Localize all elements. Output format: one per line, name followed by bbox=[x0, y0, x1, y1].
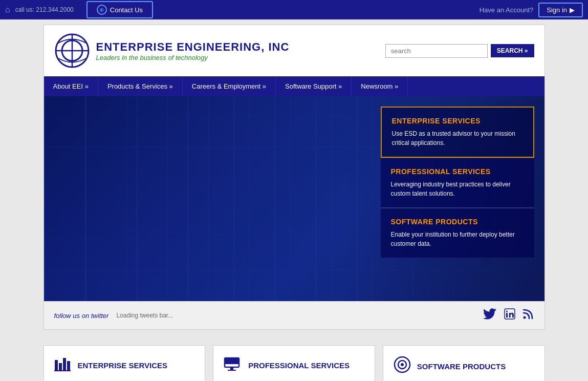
twitter-text: follow us on twitter bbox=[54, 312, 109, 320]
hero-cards: ENTERPRISE SERVICES Use ESD as a trusted… bbox=[381, 107, 534, 258]
svg-rect-28 bbox=[228, 370, 236, 371]
nav-products[interactable]: Products & Services » bbox=[98, 76, 183, 96]
bottom-card-professional-header: PROFESSIONAL SERVICES bbox=[224, 356, 364, 375]
bottom-section: ENTERPRISE SERVICES Use ESD as a trusted… bbox=[0, 335, 588, 381]
nav-about[interactable]: About EEI » bbox=[44, 76, 98, 96]
svg-point-31 bbox=[401, 363, 404, 366]
bottom-card-enterprise-header: ENTERPRISE SERVICES bbox=[54, 356, 195, 375]
main-wrapper: ENTERPRISE ENGINEERING, INC Leaders in t… bbox=[43, 25, 545, 330]
contact-icon: ⊕ bbox=[97, 5, 107, 15]
top-bar-right: Have an Account? Sign in ▶ bbox=[480, 3, 583, 17]
twitter-link[interactable]: follow us on twitter bbox=[54, 312, 109, 320]
logo-text: ENTERPRISE ENGINEERING, INC Leaders in t… bbox=[96, 40, 290, 61]
top-bar: ⌂ call us: 212.344.2000 ⊕ Contact Us Hav… bbox=[0, 0, 588, 19]
home-icon: ⌂ bbox=[5, 5, 10, 14]
search-area: SEARCH » bbox=[385, 44, 534, 58]
hero-card-software[interactable]: SOFTWARE PRODUCTS Enable your institutio… bbox=[381, 208, 534, 258]
nav-careers-label: Careers & Employment » bbox=[192, 82, 266, 90]
bottom-card-software: SOFTWARE PRODUCTS Enable your institutio… bbox=[383, 345, 545, 381]
nav-software[interactable]: Software Support » bbox=[276, 76, 352, 96]
hero-card-enterprise-desc: Use ESD as a trusted advisor to your mis… bbox=[392, 129, 523, 147]
bottom-cards: ENTERPRISE SERVICES Use ESD as a trusted… bbox=[43, 345, 545, 381]
svg-rect-24 bbox=[54, 370, 71, 371]
rss-icon[interactable] bbox=[522, 308, 534, 323]
svg-rect-17 bbox=[506, 313, 508, 318]
nav-careers[interactable]: Careers & Employment » bbox=[183, 76, 276, 96]
nav-newsroom[interactable]: Newsroom » bbox=[352, 76, 408, 96]
hero-card-enterprise-title: ENTERPRISE SERVICES bbox=[392, 117, 523, 125]
social-bar: follow us on twitter Loading tweets bar.… bbox=[44, 301, 545, 329]
bottom-card-software-header: SOFTWARE PRODUCTS bbox=[394, 356, 534, 377]
bottom-card-professional-title: PROFESSIONAL SERVICES bbox=[248, 361, 350, 370]
tweets-loading: Loading tweets bar... bbox=[116, 312, 173, 319]
signin-label: Sign in bbox=[547, 6, 567, 14]
search-input[interactable] bbox=[385, 44, 488, 58]
nav-software-label: Software Support » bbox=[285, 82, 342, 90]
logo-container: ENTERPRISE ENGINEERING, INC Leaders in t… bbox=[54, 33, 290, 69]
hero-card-software-title: SOFTWARE PRODUCTS bbox=[391, 218, 524, 226]
bottom-card-enterprise-title: ENTERPRISE SERVICES bbox=[78, 361, 168, 370]
software-icon bbox=[394, 356, 411, 377]
signin-arrow-icon: ▶ bbox=[570, 6, 575, 14]
contact-label: Contact Us bbox=[110, 6, 143, 14]
hero-card-software-desc: Enable your institution to further deplo… bbox=[391, 230, 524, 248]
bottom-card-professional: PROFESSIONAL SERVICES Leveraging industr… bbox=[213, 345, 375, 381]
svg-rect-27 bbox=[230, 367, 233, 370]
professional-icon bbox=[224, 356, 242, 375]
company-tagline: Leaders in the business of technology bbox=[96, 54, 290, 61]
nav-products-label: Products & Services » bbox=[107, 82, 173, 90]
svg-rect-20 bbox=[55, 360, 58, 371]
linkedin-icon[interactable] bbox=[504, 308, 516, 323]
company-name: ENTERPRISE ENGINEERING, INC bbox=[96, 40, 290, 54]
hero-card-professional-desc: Leveraging industry best practices to de… bbox=[391, 180, 524, 198]
signin-button[interactable]: Sign in ▶ bbox=[538, 3, 583, 17]
svg-rect-22 bbox=[63, 358, 66, 371]
bottom-card-software-title: SOFTWARE PRODUCTS bbox=[417, 362, 506, 371]
hero-card-professional-title: PROFESSIONAL SERVICES bbox=[391, 167, 524, 176]
hero-card-professional[interactable]: PROFESSIONAL SERVICES Leveraging industr… bbox=[381, 158, 534, 208]
social-icons bbox=[483, 308, 534, 323]
contact-button[interactable]: ⊕ Contact Us bbox=[86, 1, 153, 18]
hero-section: ENTERPRISE SERVICES Use ESD as a trusted… bbox=[44, 96, 545, 301]
svg-rect-23 bbox=[67, 361, 70, 371]
hero-card-enterprise[interactable]: ENTERPRISE SERVICES Use ESD as a trusted… bbox=[381, 107, 534, 158]
account-text: Have an Account? bbox=[480, 6, 534, 14]
nav-bar: About EEI » Products & Services » Career… bbox=[44, 76, 545, 96]
top-bar-left: ⌂ call us: 212.344.2000 ⊕ Contact Us bbox=[5, 1, 153, 18]
phone-text: call us: 212.344.2000 bbox=[15, 6, 74, 13]
search-button[interactable]: SEARCH » bbox=[491, 44, 534, 57]
bottom-card-enterprise: ENTERPRISE SERVICES Use ESD as a trusted… bbox=[43, 345, 206, 381]
svg-rect-26 bbox=[225, 358, 239, 364]
svg-point-19 bbox=[523, 316, 526, 319]
twitter-bird-icon[interactable] bbox=[483, 308, 497, 323]
svg-point-18 bbox=[506, 311, 508, 312]
svg-rect-21 bbox=[59, 363, 62, 371]
nav-about-label: About EEI » bbox=[53, 82, 89, 90]
search-btn-label: SEARCH » bbox=[497, 47, 528, 54]
enterprise-icon bbox=[54, 356, 72, 375]
nav-newsroom-label: Newsroom » bbox=[361, 82, 398, 90]
logo-image bbox=[54, 33, 90, 69]
header: ENTERPRISE ENGINEERING, INC Leaders in t… bbox=[44, 25, 545, 76]
